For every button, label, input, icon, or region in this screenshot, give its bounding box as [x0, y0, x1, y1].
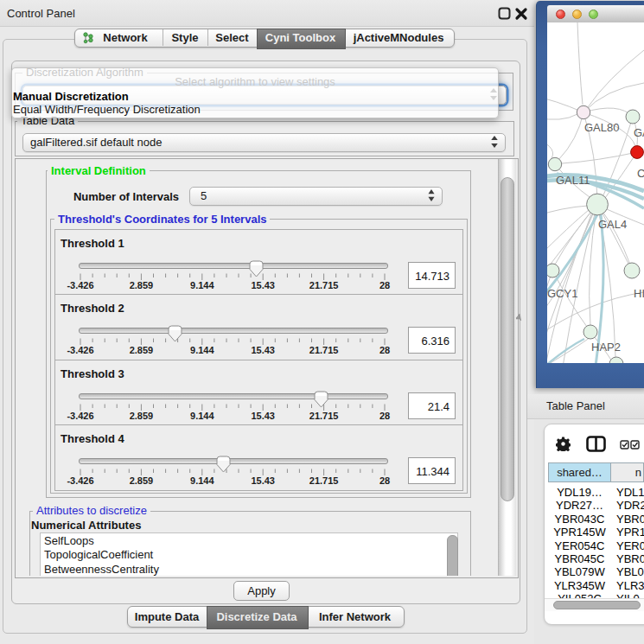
- svg-text:GAL80: GAL80: [584, 121, 619, 134]
- svg-text:GAL11: GAL11: [556, 174, 590, 187]
- svg-text:HAP2: HAP2: [591, 341, 621, 354]
- svg-text:GAL3: GAL3: [634, 126, 644, 139]
- svg-text:C: C: [637, 167, 644, 180]
- svg-text:GAL4: GAL4: [598, 218, 627, 231]
- svg-text:GCY1: GCY1: [547, 287, 577, 300]
- svg-text:HI: HI: [634, 287, 644, 300]
